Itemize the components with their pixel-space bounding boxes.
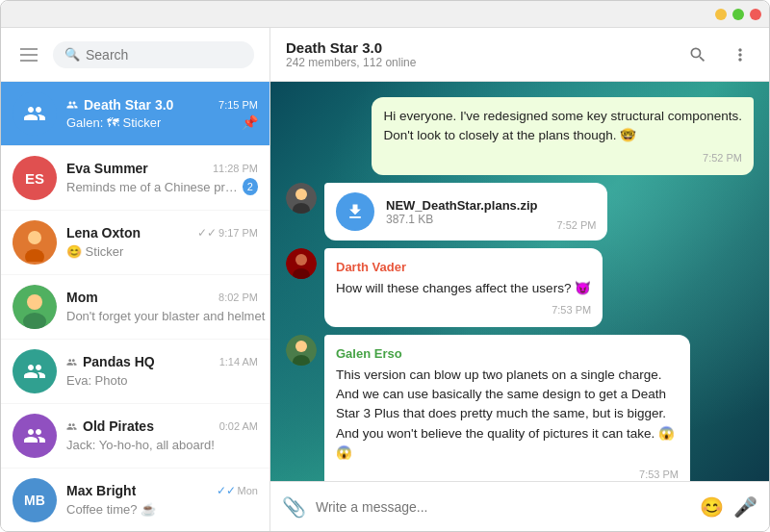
mic-icon[interactable]: 🎤 (733, 495, 757, 519)
sender-name: Galen Erso (336, 344, 679, 364)
title-bar (1, 1, 769, 28)
chat-header-status: 242 members, 112 online (286, 56, 416, 69)
message-time: 7:52 PM (556, 219, 596, 231)
chat-name: Eva Summer (66, 161, 148, 176)
chat-preview: Eva: Photo (66, 373, 128, 388)
message-outgoing-1: Hi everyone. I've redesigned some key st… (286, 97, 754, 175)
chat-info: Max Bright ✓✓ Mon Coffee time? ☕ (66, 483, 258, 518)
chat-item-max-bright[interactable]: MB Max Bright ✓✓ Mon Coffee time? ☕ (1, 469, 270, 531)
chat-preview: Don't forget your blaster and helmet (66, 309, 265, 323)
chat-item-eva-summer[interactable]: ES Eva Summer 11:28 PM Reminds me of a C… (1, 146, 270, 211)
chat-header-info: Death Star 3.0 242 members, 112 online (286, 39, 416, 69)
chat-name: Old Pirates (66, 418, 154, 434)
chat-preview: Reminds me of a Chinese prove... (66, 180, 239, 194)
avatar (13, 285, 57, 329)
avatar (13, 349, 57, 393)
restore-button[interactable] (732, 9, 744, 20)
message-galen-erso: Galen Erso This version can blow up two … (286, 335, 754, 481)
avatar (13, 220, 57, 265)
bubble: Darth Vader How will these changes affec… (324, 248, 603, 327)
chat-time: 11:28 PM (213, 163, 258, 174)
more-options-button[interactable] (727, 41, 754, 68)
chat-item-lena-oxton[interactable]: Lena Oxton ✓✓ 9:17 PM 😊 Sticker (1, 211, 270, 275)
message-time: 7:53 PM (336, 467, 679, 481)
search-input[interactable] (86, 47, 243, 63)
file-info: NEW_DeathStar.plans.zip 387.1 KB (386, 198, 537, 226)
message-incoming-file: NEW_DeathStar.plans.zip 387.1 KB 7:52 PM (286, 183, 754, 241)
bubble: Galen Erso This version can blow up two … (324, 335, 690, 481)
message-darth-vader: Darth Vader How will these changes affec… (286, 248, 754, 327)
chat-time: 8:02 PM (218, 291, 258, 303)
sidebar: 🔍 Death Star 3.0 7:15 PM (1, 28, 270, 531)
chat-item-death-star[interactable]: Death Star 3.0 7:15 PM Galen: 🗺 Sticker … (1, 82, 270, 146)
attach-icon[interactable]: 📎 (282, 495, 306, 519)
chat-preview: Jack: Yo-ho-ho, all aboard! (66, 438, 215, 452)
svg-point-1 (28, 231, 41, 244)
chat-time: 9:17 PM (218, 227, 258, 239)
window-controls (715, 9, 761, 20)
message-text: This version can blow up two planets on … (336, 366, 679, 463)
chat-item-mom[interactable]: Mom 8:02 PM Don't forget your blaster an… (1, 275, 270, 340)
message-time: 7:52 PM (383, 150, 742, 166)
file-size: 387.1 KB (386, 213, 537, 226)
chat-time: 0:02 AM (219, 420, 258, 432)
message-input[interactable] (316, 499, 690, 515)
chat-info: Eva Summer 11:28 PM Reminds me of a Chin… (66, 161, 258, 195)
file-download-icon[interactable] (336, 192, 374, 231)
message-text: How will these changes affect the users?… (336, 279, 591, 298)
chat-info: Mom 8:02 PM Don't forget your blaster an… (66, 290, 258, 324)
chat-preview: Galen: 🗺 Sticker (66, 115, 161, 130)
chat-name: Pandas HQ (66, 354, 155, 369)
svg-point-16 (295, 254, 307, 266)
sender-avatar (286, 248, 317, 279)
avatar (13, 414, 57, 458)
chat-info: Old Pirates 0:02 AM Jack: Yo-ho-ho, all … (66, 418, 258, 453)
messages-container: Hi everyone. I've redesigned some key st… (270, 82, 769, 481)
sender-name: Darth Vader (336, 258, 591, 277)
chat-item-pandas-hq[interactable]: Pandas HQ 1:14 AM Eva: Photo (1, 340, 270, 404)
chat-preview: Coffee time? ☕ (66, 502, 156, 517)
chat-info: Death Star 3.0 7:15 PM Galen: 🗺 Sticker … (66, 97, 258, 130)
app-layout: 🔍 Death Star 3.0 7:15 PM (1, 28, 769, 531)
svg-point-19 (295, 341, 307, 352)
sender-avatar (286, 335, 317, 366)
search-icon: 🔍 (64, 47, 80, 62)
file-name: NEW_DeathStar.plans.zip (386, 198, 537, 213)
chat-area: Death Star 3.0 242 members, 112 online (270, 28, 769, 531)
search-button[interactable] (684, 41, 711, 68)
chat-name: Death Star 3.0 (66, 97, 173, 113)
avatar: ES (13, 156, 57, 200)
avatar: MB (13, 478, 57, 522)
chat-header-actions (684, 41, 754, 68)
sidebar-header: 🔍 (1, 28, 270, 82)
emoji-icon[interactable]: 😊 (700, 495, 724, 519)
minimize-button[interactable] (715, 9, 727, 20)
menu-button[interactable] (16, 44, 41, 65)
chat-info: Lena Oxton ✓✓ 9:17 PM 😊 Sticker (66, 225, 258, 260)
chat-header: Death Star 3.0 242 members, 112 online (270, 28, 769, 82)
chat-list: Death Star 3.0 7:15 PM Galen: 🗺 Sticker … (1, 82, 270, 531)
chat-input-area: 📎 😊 🎤 (270, 481, 769, 531)
svg-point-13 (295, 189, 307, 200)
chat-info: Pandas HQ 1:14 AM Eva: Photo (66, 354, 258, 389)
message-time: 7:53 PM (336, 302, 591, 318)
svg-point-4 (27, 294, 42, 310)
search-box: 🔍 (53, 41, 254, 68)
sender-avatar (286, 183, 317, 214)
chat-header-name: Death Star 3.0 (286, 39, 416, 56)
unread-badge: 2 (243, 178, 258, 195)
bubble: Hi everyone. I've redesigned some key st… (372, 97, 754, 175)
chat-name: Max Bright (66, 483, 136, 498)
file-bubble: NEW_DeathStar.plans.zip 387.1 KB 7:52 PM (324, 183, 607, 241)
close-button[interactable] (750, 9, 761, 20)
chat-time: Mon (238, 485, 258, 496)
chat-preview: 😊 Sticker (66, 244, 123, 259)
chat-time: 1:14 AM (219, 356, 258, 367)
avatar (13, 91, 57, 136)
message-text: Hi everyone. I've redesigned some key st… (383, 107, 742, 146)
chat-item-old-pirates[interactable]: Old Pirates 0:02 AM Jack: Yo-ho-ho, all … (1, 404, 270, 469)
chat-name: Mom (66, 290, 98, 305)
chat-time: 7:15 PM (218, 99, 258, 111)
chat-name: Lena Oxton (66, 225, 141, 241)
chat-messages: Hi everyone. I've redesigned some key st… (270, 82, 769, 481)
